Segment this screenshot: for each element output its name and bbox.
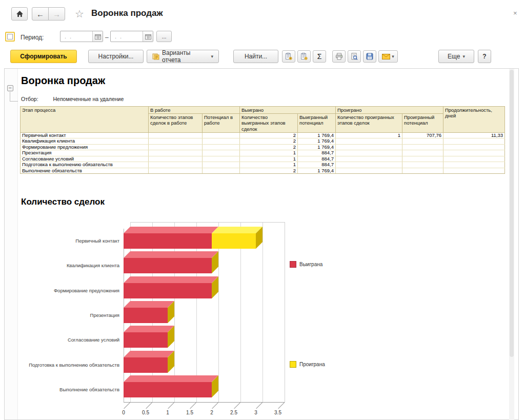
value-cell[interactable]	[149, 156, 203, 162]
axis-tick	[124, 402, 130, 409]
value-cell[interactable]	[149, 150, 203, 156]
report-title: Воронка продаж	[21, 75, 105, 87]
period-checkbox[interactable]	[5, 32, 15, 42]
value-cell[interactable]	[402, 156, 443, 162]
value-cell[interactable]: 2	[240, 138, 298, 145]
value-cell[interactable]: 2	[240, 132, 298, 138]
value-cell[interactable]	[443, 168, 505, 174]
value-cell[interactable]: 1 769,4	[298, 144, 336, 150]
value-cell[interactable]	[336, 162, 402, 168]
sum-button[interactable]: Σ	[313, 50, 326, 63]
send-mail-button[interactable]: ▾	[378, 50, 398, 63]
print-button[interactable]	[332, 50, 346, 63]
collapse-groups-button[interactable]	[297, 50, 311, 63]
value-cell[interactable]	[149, 144, 203, 150]
stage-cell[interactable]: Квалификация клиента	[21, 138, 149, 145]
preview-button[interactable]	[348, 50, 361, 63]
value-cell[interactable]	[443, 156, 505, 162]
bar-top-face	[124, 227, 218, 233]
period-to-field[interactable]: . .	[110, 31, 153, 42]
stage-cell[interactable]: Подготовка к выполнению обязательств	[21, 162, 149, 168]
close-icon[interactable]: ×	[513, 9, 517, 17]
period-from-field[interactable]: . .	[60, 31, 103, 42]
value-cell[interactable]	[149, 162, 203, 168]
value-cell[interactable]	[443, 144, 505, 150]
value-cell[interactable]: 1 769,4	[298, 138, 336, 145]
favorite-star-icon[interactable]: ☆	[75, 8, 84, 20]
bar-segment-lost[interactable]	[212, 233, 256, 249]
value-cell[interactable]	[203, 162, 240, 168]
calendar-icon[interactable]	[92, 31, 103, 42]
value-cell[interactable]: 1	[336, 132, 402, 138]
settings-button[interactable]: Настройки...	[88, 50, 144, 63]
col-group-won: Выиграно	[240, 107, 336, 114]
value-cell[interactable]: 1	[240, 150, 298, 156]
bar-segment-won[interactable]	[124, 308, 168, 323]
generate-button[interactable]: Сформировать	[10, 50, 77, 63]
forward-button[interactable]: →	[48, 7, 65, 21]
vertical-scrollbar[interactable]	[509, 69, 514, 420]
collapse-group-icon[interactable]: −	[7, 85, 13, 91]
value-cell[interactable]	[443, 138, 505, 145]
save-button[interactable]	[363, 50, 376, 63]
value-cell[interactable]: 884,7	[298, 150, 336, 156]
value-cell[interactable]: 1 769,4	[298, 132, 336, 138]
value-cell[interactable]: 11,33	[443, 132, 505, 138]
value-cell[interactable]	[203, 168, 240, 174]
value-cell[interactable]: 707,76	[402, 132, 443, 138]
value-cell[interactable]	[443, 162, 505, 168]
value-cell[interactable]	[203, 144, 240, 150]
bar-segment-won[interactable]	[124, 233, 212, 249]
axis-tick	[256, 402, 262, 409]
bar-segment-won[interactable]	[124, 357, 168, 373]
find-button[interactable]: Найти...	[233, 50, 278, 63]
value-cell[interactable]: 1	[240, 156, 298, 162]
value-cell[interactable]	[149, 168, 203, 174]
value-cell[interactable]	[203, 150, 240, 156]
bar-segment-won[interactable]	[124, 382, 212, 397]
value-cell[interactable]	[402, 150, 443, 156]
find-label: Найти...	[245, 53, 267, 60]
value-cell[interactable]	[402, 162, 443, 168]
bar-segment-won[interactable]	[124, 258, 212, 273]
back-button[interactable]: ←	[32, 7, 49, 21]
report-variants-button[interactable]: Варианты отчета ▾	[147, 50, 219, 63]
more-button[interactable]: Еще ▾	[438, 50, 474, 63]
value-cell[interactable]	[203, 132, 240, 138]
value-cell[interactable]	[149, 138, 203, 145]
value-cell[interactable]	[336, 144, 402, 150]
scrollbar-thumb[interactable]	[510, 70, 514, 357]
value-cell[interactable]	[402, 138, 443, 145]
value-cell[interactable]	[402, 144, 443, 150]
stage-cell[interactable]: Презентация	[21, 150, 149, 156]
bar-segment-won[interactable]	[124, 283, 212, 298]
value-cell[interactable]	[443, 150, 505, 156]
value-cell[interactable]	[336, 150, 402, 156]
value-cell[interactable]	[336, 168, 402, 174]
value-cell[interactable]	[336, 156, 402, 162]
col-group-inwork: В работе	[149, 107, 240, 114]
home-button[interactable]	[11, 7, 28, 21]
col-header-won-potential: Выигранный потенциал	[298, 114, 336, 133]
value-cell[interactable]: 1 769,4	[298, 168, 336, 174]
value-cell[interactable]: 2	[240, 144, 298, 150]
value-cell[interactable]	[149, 132, 203, 138]
value-cell[interactable]: 2	[240, 168, 298, 174]
value-cell[interactable]: 884,7	[298, 162, 336, 168]
value-cell[interactable]	[203, 156, 240, 162]
value-cell[interactable]	[203, 138, 240, 145]
period-more-button[interactable]: ...	[156, 31, 172, 42]
help-button[interactable]: ?	[478, 50, 491, 63]
stage-cell[interactable]: Первичный контакт	[21, 132, 149, 138]
expand-groups-button[interactable]	[282, 50, 295, 63]
calendar-icon[interactable]	[143, 31, 153, 42]
value-cell[interactable]	[336, 138, 402, 145]
bar-segment-won[interactable]	[124, 332, 168, 348]
legend-item: Выиграна	[290, 261, 322, 268]
stage-cell[interactable]: Формирование предложения	[21, 144, 149, 150]
stage-cell[interactable]: Согласование условий	[21, 156, 149, 162]
value-cell[interactable]: 884,7	[298, 156, 336, 162]
value-cell[interactable]	[402, 168, 443, 174]
stage-cell[interactable]: Выполнение обязательств	[21, 168, 149, 174]
value-cell[interactable]: 1	[240, 162, 298, 168]
